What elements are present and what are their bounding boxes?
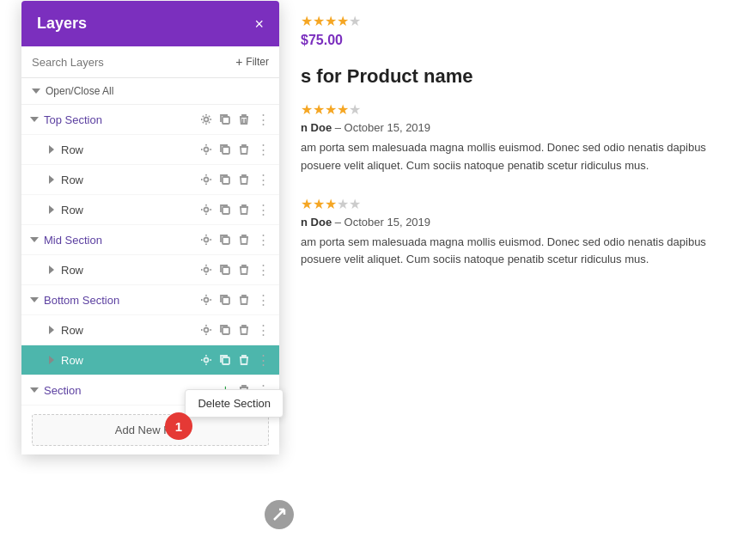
svg-point-10 [204,268,209,272]
gear-svg [200,113,212,125]
open-close-arrow-icon [32,88,40,94]
top-section-settings-icon[interactable] [198,112,214,127]
top-row-1-label: Row [61,143,198,156]
top-row-1-more-icon[interactable]: ⋮ [255,140,272,159]
r2s4: ★ [337,196,349,212]
section-row-mid[interactable]: Mid Section ⋮ [21,225,279,255]
open-close-all[interactable]: Open/Close All [21,78,279,105]
mid-section-delete-icon[interactable] [236,232,252,247]
top-row-3-actions: ⋮ [198,200,272,219]
bottom-section-label: Bottom Section [44,294,198,307]
top-row-1-settings-icon[interactable] [198,142,214,157]
top-row-1-toggle [46,145,58,154]
top-row-1-delete-icon[interactable] [236,142,252,157]
bottom-row-1[interactable]: Row ⋮ [21,315,279,345]
star-3: ★ [325,13,337,29]
mid-section-arrow [30,237,39,242]
filter-plus-icon: + [235,55,242,69]
star-5: ★ [349,13,361,29]
section-row-bottom[interactable]: Bottom Section ⋮ [21,285,279,315]
delete-section-tooltip: Delete Section [185,389,284,418]
mid-row-arrow [49,265,54,274]
top-section-actions: ⋮ [198,110,272,129]
bottom-row-1-duplicate-icon[interactable] [217,322,233,338]
bottom-row-2-more-icon[interactable]: ⋮ [255,351,272,369]
top-row-3-duplicate-icon[interactable] [217,202,233,217]
bottom-section-duplicate-icon[interactable] [217,292,233,308]
bottom-row-2-toggle [46,356,58,364]
mid-row-1-delete-icon[interactable] [236,262,252,278]
bottom-row-2-active[interactable]: Row ⋮ [21,345,279,375]
close-button[interactable]: × [254,16,264,32]
mid-row-1-duplicate-icon[interactable] [217,262,233,278]
bottom-section-settings-icon[interactable] [198,292,214,308]
top-row-2-settings-icon[interactable] [198,172,214,187]
review-1-stars: ★ ★ ★ ★ ★ [301,101,739,118]
top-row-3-label: Row [61,204,198,217]
mid-section-more-icon[interactable]: ⋮ [255,230,272,249]
bottom-row-2-settings-icon[interactable] [198,352,214,368]
mid-row-1-label: Row [61,264,198,277]
top-row-3-more-icon[interactable]: ⋮ [255,200,272,219]
top-row-3-toggle [46,205,58,214]
open-close-label: Open/Close All [46,85,113,97]
svg-point-6 [204,208,209,212]
top-section-duplicate-icon[interactable] [217,112,233,127]
review-heading: s for Product name [301,65,739,88]
bottom-row-1-actions: ⋮ [198,320,272,339]
br1-dots: ⋮ [257,322,271,338]
review-2-date: October 15, 2019 [344,216,430,229]
top-row-2-toggle [46,175,58,184]
top-row-2-more-icon[interactable]: ⋮ [255,170,272,189]
bottom-row-2-delete-icon[interactable] [236,352,252,368]
top-row-1-duplicate-icon[interactable] [217,142,233,157]
review-2-dash: – [335,216,344,229]
mid-row-1[interactable]: Row ⋮ [21,255,279,285]
top-row-1[interactable]: Row ⋮ [21,135,279,165]
bottom-section-delete-icon[interactable] [236,292,252,308]
r2s5: ★ [349,196,361,212]
add-new-row-button[interactable]: Add New Row [32,414,269,446]
mid-row-1-settings-icon[interactable] [198,262,214,278]
copy-svg [219,113,231,125]
search-input[interactable] [32,56,229,69]
svg-point-2 [204,148,209,152]
corner-badge [265,500,294,529]
delete-section-label: Delete Section [198,397,271,410]
top-section-more-icon[interactable]: ⋮ [255,110,272,129]
top-row-3[interactable]: Row ⋮ [21,195,279,225]
corner-icon-svg [271,507,287,522]
top-row-2-duplicate-icon[interactable] [217,172,233,187]
layers-header: Layers × [21,1,279,46]
filter-button[interactable]: + Filter [235,55,269,69]
top-section-delete-icon[interactable] [236,112,252,127]
mid-section-settings-icon[interactable] [198,232,214,247]
top-section-arrow [30,117,39,122]
review-1-dash: – [335,121,344,134]
mid-row-1-toggle [46,265,58,274]
bottom-row-2-duplicate-icon[interactable] [217,352,233,368]
badge-number: 1 [165,412,192,440]
top-row-2-delete-icon[interactable] [236,172,252,187]
bottom-row-1-settings-icon[interactable] [198,322,214,338]
top-row-3-delete-icon[interactable] [236,202,252,217]
star-1: ★ [301,13,313,29]
top-row-3-settings-icon[interactable] [198,202,214,217]
mid-row-1-more-icon[interactable]: ⋮ [255,260,272,279]
review-1-author: n Doe [301,121,332,134]
layers-title: Layers [37,15,87,33]
r2-dots: ⋮ [257,172,271,187]
r2s2: ★ [313,196,325,212]
mid-section-toggle-icon [28,237,40,242]
bottom-row-1-more-icon[interactable]: ⋮ [255,320,272,339]
bottom-row-1-delete-icon[interactable] [236,322,252,338]
top-row-2-actions: ⋮ [198,170,272,189]
review-1-date: October 15, 2019 [344,121,430,134]
bottom-row-2-actions: ⋮ [198,351,272,369]
section-row-top[interactable]: Top Section ⋮ [21,105,279,135]
bottom-section-more-icon[interactable]: ⋮ [255,290,272,309]
top-row-2[interactable]: Row ⋮ [21,165,279,195]
review-2-text: am porta sem malesuada magna mollis euis… [301,234,739,270]
mid-section-duplicate-icon[interactable] [217,232,233,247]
svg-rect-15 [223,327,229,334]
